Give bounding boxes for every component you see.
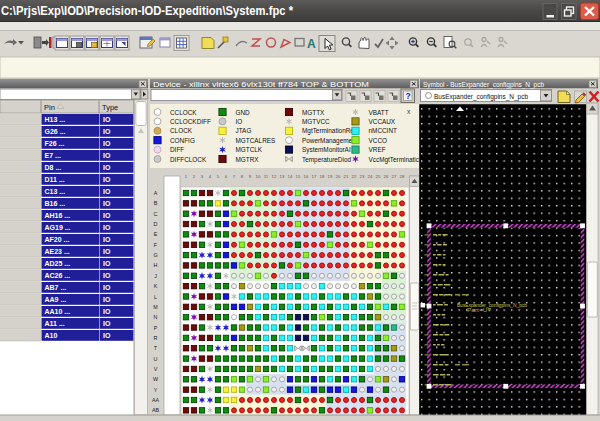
svg-text:AC26 ...: AC26 ... bbox=[45, 272, 71, 279]
svg-text:MGTCLK: MGTCLK bbox=[236, 146, 263, 153]
svg-text:H13 ...: H13 ... bbox=[45, 116, 66, 123]
svg-text:DIFF: DIFF bbox=[170, 146, 184, 153]
svg-text:VccMgtTerminatic: VccMgtTerminatic bbox=[369, 156, 420, 164]
svg-text:17: 17 bbox=[312, 174, 317, 179]
svg-text:25: 25 bbox=[376, 174, 381, 179]
svg-text:AA10 ...: AA10 ... bbox=[45, 308, 71, 315]
svg-text:IO: IO bbox=[103, 164, 111, 171]
svg-text:IO: IO bbox=[103, 176, 111, 183]
svg-text:AA: AA bbox=[152, 397, 160, 403]
svg-text:IO: IO bbox=[103, 320, 111, 327]
svg-text:F26 ...: F26 ... bbox=[45, 140, 65, 147]
svg-text:IO: IO bbox=[103, 296, 111, 303]
svg-text:BusExpander_configpins_N_pcb: BusExpander_configpins_N_pcb bbox=[434, 93, 528, 101]
svg-text:VCCO: VCCO bbox=[369, 137, 387, 144]
svg-text:?: ? bbox=[406, 91, 411, 101]
svg-text:C:\Prjs\Exp\IOD\Precision-IOD-: C:\Prjs\Exp\IOD\Precision-IOD-Expedition… bbox=[1, 4, 293, 18]
svg-text:IO: IO bbox=[103, 140, 111, 147]
svg-text:J: J bbox=[154, 273, 157, 279]
svg-text:IO: IO bbox=[103, 188, 111, 195]
svg-text:AF20 ...: AF20 ... bbox=[45, 236, 70, 243]
svg-text:IO: IO bbox=[103, 260, 111, 267]
svg-text:IO: IO bbox=[103, 236, 111, 243]
svg-text:TemperatureDiod: TemperatureDiod bbox=[302, 156, 351, 164]
svg-text:K: K bbox=[154, 283, 158, 289]
svg-text:D11 ...: D11 ... bbox=[45, 176, 65, 183]
svg-text:Device - xilinx virtex6 6v: Device - xilinx virtex6 6vlx130t ff784 T… bbox=[153, 81, 369, 88]
svg-text:IO: IO bbox=[103, 272, 111, 279]
svg-text:23: 23 bbox=[360, 174, 365, 179]
svg-text:10: 10 bbox=[256, 174, 261, 179]
svg-text:D: D bbox=[154, 221, 158, 227]
svg-text:AG19 ...: AG19 ... bbox=[45, 224, 71, 231]
svg-text:VBATT: VBATT bbox=[369, 109, 389, 116]
svg-text:19: 19 bbox=[328, 174, 333, 179]
svg-text:P: P bbox=[154, 325, 158, 331]
svg-text:G: G bbox=[153, 252, 157, 258]
svg-text:AB: AB bbox=[152, 407, 160, 413]
svg-text:CLOCK: CLOCK bbox=[170, 127, 193, 134]
svg-text:nMCCINT: nMCCINT bbox=[369, 127, 397, 134]
svg-text:VREF: VREF bbox=[369, 146, 386, 153]
svg-text:AD25 ...: AD25 ... bbox=[45, 260, 71, 267]
svg-text:PowerManageme: PowerManageme bbox=[302, 137, 353, 145]
svg-text:Pin: Pin bbox=[44, 103, 55, 112]
svg-text:MGTCALRES: MGTCALRES bbox=[236, 137, 276, 144]
svg-text:18: 18 bbox=[320, 174, 325, 179]
svg-text:B: B bbox=[154, 200, 158, 206]
svg-text:Part=U?: Part=U? bbox=[467, 308, 492, 313]
svg-text:C13 ...: C13 ... bbox=[45, 188, 66, 195]
svg-text:M: M bbox=[153, 304, 158, 310]
svg-text:MGTVCC: MGTVCC bbox=[302, 118, 330, 125]
svg-text:16: 16 bbox=[304, 174, 309, 179]
svg-text:15: 15 bbox=[296, 174, 301, 179]
svg-text:27: 27 bbox=[392, 174, 397, 179]
svg-text:Type: Type bbox=[102, 103, 118, 112]
svg-text:CCLOCK: CCLOCK bbox=[170, 109, 197, 116]
svg-text:11: 11 bbox=[264, 174, 269, 179]
svg-text:N: N bbox=[154, 314, 158, 320]
svg-text:MGTTX: MGTTX bbox=[302, 109, 325, 116]
svg-text:Symbol - BusExpander_configpin: Symbol - BusExpander_configpins_N_pcb bbox=[423, 81, 544, 89]
svg-text:MgtTerminationRe: MgtTerminationRe bbox=[302, 127, 354, 135]
svg-text:24: 24 bbox=[368, 174, 373, 179]
svg-text:21: 21 bbox=[344, 174, 349, 179]
svg-text:26: 26 bbox=[384, 174, 389, 179]
svg-text:CCLOCKDIFF: CCLOCKDIFF bbox=[170, 118, 211, 125]
svg-text:B16 ...: B16 ... bbox=[45, 200, 66, 207]
svg-text:Y: Y bbox=[154, 387, 158, 393]
svg-text:A: A bbox=[154, 190, 158, 196]
svg-text:AE23 ...: AE23 ... bbox=[45, 248, 70, 255]
svg-text:DIFFCLOCK: DIFFCLOCK bbox=[170, 156, 207, 163]
svg-text:AA9 ...: AA9 ... bbox=[45, 296, 67, 303]
svg-text:IO: IO bbox=[103, 248, 111, 255]
svg-text:H: H bbox=[154, 262, 158, 268]
svg-text:14: 14 bbox=[288, 174, 293, 179]
svg-text:GND: GND bbox=[236, 109, 251, 116]
svg-text:IO: IO bbox=[103, 224, 111, 231]
svg-text:IO: IO bbox=[103, 332, 111, 339]
svg-text:13: 13 bbox=[280, 174, 285, 179]
svg-text:IO: IO bbox=[103, 116, 111, 123]
svg-text:IO: IO bbox=[103, 284, 111, 291]
svg-text:R: R bbox=[154, 335, 158, 341]
svg-text:AB7 ...: AB7 ... bbox=[45, 284, 67, 291]
svg-text:SystemMonitorAI: SystemMonitorAI bbox=[302, 146, 351, 154]
svg-text:IO: IO bbox=[103, 308, 111, 315]
svg-text:E7 ...: E7 ... bbox=[45, 152, 61, 159]
svg-text:A10: A10 bbox=[45, 332, 58, 339]
svg-text:AH16 ...: AH16 ... bbox=[45, 212, 71, 219]
svg-text:U: U bbox=[154, 356, 158, 362]
svg-text:G26 ...: G26 ... bbox=[45, 128, 66, 135]
svg-text:VCCAUX: VCCAUX bbox=[369, 118, 396, 125]
svg-text:IO: IO bbox=[103, 200, 111, 207]
svg-text:C: C bbox=[154, 211, 158, 217]
svg-text:V: V bbox=[154, 366, 158, 372]
svg-text:IO: IO bbox=[236, 118, 243, 125]
svg-text:E: E bbox=[154, 231, 158, 237]
svg-text:28: 28 bbox=[400, 174, 405, 179]
svg-text:IO: IO bbox=[103, 128, 111, 135]
svg-text:A: A bbox=[307, 37, 316, 51]
svg-text:A11 ...: A11 ... bbox=[45, 320, 65, 327]
svg-text:20: 20 bbox=[336, 174, 341, 179]
